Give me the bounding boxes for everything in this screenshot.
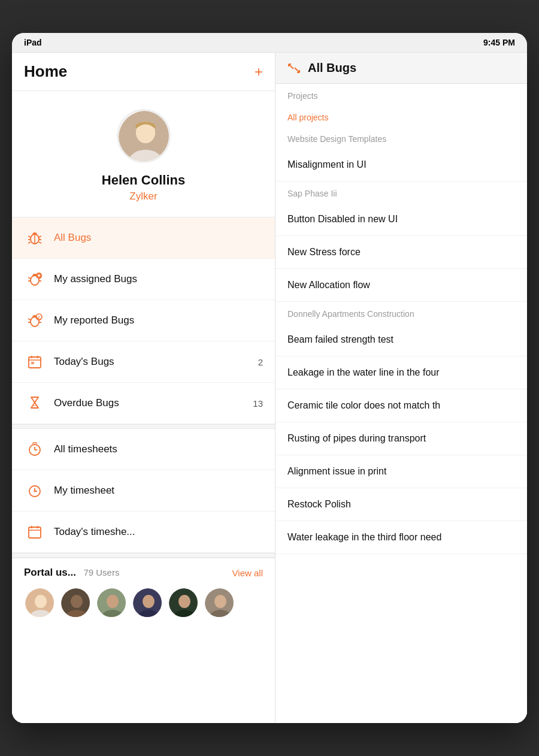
nav-item-all-bugs[interactable]: All Bugs [12, 217, 275, 259]
avatar [117, 109, 171, 163]
nav-label-todays-bugs: Today's Bugs [54, 356, 258, 368]
nav-item-overdue-bugs[interactable]: Overdue Bugs 13 [12, 383, 275, 424]
nav-separator-1 [12, 424, 275, 429]
bug-item-leakage[interactable]: Leakage in the water line in the four [275, 356, 527, 389]
nav-label-todays-timesheet: Today's timeshe... [54, 526, 263, 538]
nav-item-my-assigned[interactable]: My assigned Bugs [12, 259, 275, 300]
hourglass-icon [24, 392, 46, 414]
nav-item-todays-timesheet[interactable]: Today's timeshe... [12, 512, 275, 553]
timesheet-icon [24, 439, 46, 460]
left-panel: Home + Helen Collins Zylker [12, 53, 275, 723]
assigned-bug-icon [24, 268, 46, 290]
category-website-design: Website Design Templates [275, 127, 527, 149]
time-label: 9:45 PM [483, 38, 515, 47]
app-container: Home + Helen Collins Zylker [12, 52, 527, 723]
overdue-bugs-badge: 13 [253, 398, 263, 409]
home-title: Home [24, 62, 67, 81]
reported-bug-icon [24, 310, 46, 331]
nav-item-my-reported[interactable]: My reported Bugs [12, 300, 275, 341]
bug-icon [24, 227, 46, 249]
nav-label-all-timesheets: All timesheets [54, 443, 263, 455]
portal-avatar-3 [96, 587, 127, 618]
nav-label-my-assigned: My assigned Bugs [54, 273, 263, 285]
right-panel: All Bugs Projects All projects Website D… [275, 53, 527, 723]
portal-avatar-6 [204, 587, 235, 618]
svg-point-50 [71, 595, 83, 608]
expand-icon[interactable] [287, 62, 301, 75]
svg-point-59 [178, 595, 190, 608]
profile-company: Zylker [129, 190, 157, 202]
nav-label-overdue-bugs: Overdue Bugs [54, 397, 253, 409]
calendar-bug-icon [24, 351, 46, 373]
svg-point-53 [107, 595, 119, 608]
portal-title: Portal us... [24, 567, 76, 578]
bug-item-ceramic-tile[interactable]: Ceramic tile color does not match th [275, 389, 527, 422]
add-button[interactable]: + [255, 63, 263, 80]
nav-item-todays-bugs[interactable]: Today's Bugs 2 [12, 341, 275, 383]
svg-line-10 [39, 242, 41, 243]
category-sap-phase: Sap Phase Iii [275, 182, 527, 203]
bugs-list: Projects All projects Website Design Tem… [275, 84, 527, 723]
category-donnelly: Donnelly Apartments Construction [275, 302, 527, 323]
my-timesheet-icon [24, 480, 46, 501]
nav-item-my-timesheet[interactable]: My timesheet [12, 470, 275, 512]
svg-point-27 [38, 317, 40, 319]
category-projects: Projects [275, 84, 527, 105]
nav-separator-2 [12, 553, 275, 558]
todays-timesheet-icon [24, 521, 46, 543]
nav-item-all-timesheets[interactable]: All timesheets [12, 429, 275, 470]
portal-avatars [24, 587, 263, 618]
svg-point-41 [34, 491, 36, 492]
portal-header: Portal us... 79 Users View all [24, 567, 263, 579]
bug-item-new-stress[interactable]: New Stress force [275, 236, 527, 269]
svg-rect-28 [29, 357, 41, 368]
nav-section: All Bugs [12, 217, 275, 723]
left-header: Home + [12, 53, 275, 91]
profile-name: Helen Collins [102, 173, 185, 188]
category-all-projects[interactable]: All projects [275, 105, 527, 127]
nav-label-my-timesheet: My timesheet [54, 485, 263, 497]
portal-title-group: Portal us... 79 Users [24, 567, 119, 579]
bug-item-button-disabled[interactable]: Button Disabled in new UI [275, 203, 527, 236]
svg-line-6 [39, 236, 41, 237]
svg-line-13 [28, 277, 31, 279]
nav-label-my-reported: My reported Bugs [54, 315, 263, 326]
bug-item-rusting[interactable]: Rusting of pipes during transport [275, 422, 527, 455]
portal-section: Portal us... 79 Users View all [12, 558, 275, 627]
right-panel-title: All Bugs [308, 61, 356, 75]
svg-line-67 [295, 68, 299, 72]
status-bar: iPad 9:45 PM [12, 33, 527, 52]
bug-item-misalignment[interactable]: Misalignment in UI [275, 149, 527, 182]
svg-point-20 [31, 317, 39, 326]
svg-line-21 [28, 319, 31, 320]
svg-point-47 [35, 595, 47, 608]
device-label: iPad [24, 38, 42, 47]
ipad-frame: iPad 9:45 PM Home + [12, 33, 527, 723]
profile-section: Helen Collins Zylker [12, 91, 275, 217]
svg-point-62 [214, 595, 226, 608]
nav-label-all-bugs: All Bugs [54, 232, 263, 244]
svg-rect-42 [29, 527, 41, 538]
bug-item-new-allocation[interactable]: New Allocation flow [275, 269, 527, 302]
portal-view-all[interactable]: View all [232, 568, 263, 578]
bug-item-restock[interactable]: Restock Polish [275, 488, 527, 521]
bug-item-beam-failed[interactable]: Beam failed strength test [275, 323, 527, 356]
portal-avatar-4 [132, 587, 163, 618]
svg-point-56 [143, 595, 155, 608]
right-header: All Bugs [275, 53, 527, 84]
portal-avatar-5 [168, 587, 199, 618]
bug-item-alignment-print[interactable]: Alignment issue in print [275, 455, 527, 488]
bug-item-water-leakage-third[interactable]: Water leakage in the third floor need [275, 521, 527, 554]
svg-line-9 [28, 242, 31, 243]
portal-avatar-1 [24, 587, 55, 618]
svg-line-5 [28, 236, 31, 237]
portal-avatar-2 [60, 587, 91, 618]
svg-line-64 [289, 64, 293, 69]
portal-count: 79 Users [83, 567, 119, 577]
svg-rect-32 [31, 362, 34, 364]
todays-bugs-badge: 2 [258, 357, 263, 367]
